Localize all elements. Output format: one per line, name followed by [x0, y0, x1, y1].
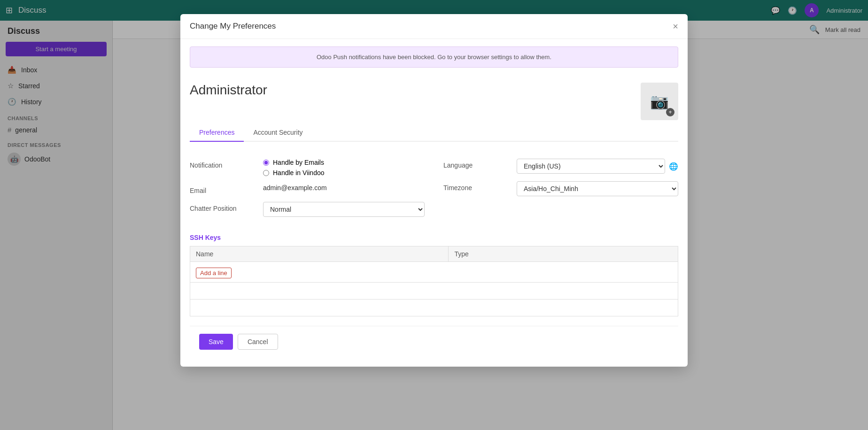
email-value-wrap: admin@example.com — [263, 184, 425, 192]
banner-text: Odoo Push notifications have been blocke… — [317, 54, 551, 61]
radio-handle-email-input[interactable] — [263, 160, 269, 166]
chatter-position-row: Chatter Position Normal Sided — [190, 198, 425, 221]
radio-handle-email[interactable]: Handle by Emails — [263, 159, 425, 166]
chatter-position-select-wrap: Normal Sided — [263, 202, 425, 217]
notification-options: Handle by Emails Handle in Viindoo — [263, 159, 425, 177]
timezone-select-wrap: Asia/Ho_Chi_Minh UTC — [517, 181, 678, 196]
ssh-keys-table: Name Type Add a line — [190, 246, 678, 316]
modal-close-button[interactable]: × — [673, 22, 678, 31]
form-left-section: Notification Handle by Emails Handle in … — [190, 151, 425, 224]
email-label: Email — [190, 184, 256, 194]
radio-handle-viindoo-input[interactable] — [263, 170, 269, 176]
save-button[interactable]: Save — [199, 334, 233, 350]
push-notification-banner: Odoo Push notifications have been blocke… — [190, 46, 678, 68]
timezone-select[interactable]: Asia/Ho_Chi_Minh UTC — [517, 181, 678, 196]
modal-footer: Save Cancel — [190, 326, 678, 357]
email-value: admin@example.com — [263, 184, 327, 192]
language-globe-icon[interactable]: 🌐 — [669, 162, 678, 171]
add-line-button[interactable]: Add a line — [196, 268, 232, 278]
modal-body: Administrator 📷 + Preferences Account Se… — [180, 75, 688, 367]
user-display-name: Administrator — [190, 83, 267, 98]
email-row: Email admin@example.com — [190, 180, 425, 198]
language-row: Language English (US) Vietnamese 🌐 — [443, 155, 678, 177]
timezone-row: Timezone Asia/Ho_Chi_Minh UTC — [443, 177, 678, 200]
timezone-label: Timezone — [443, 181, 509, 192]
modal-title: Change My Preferences — [190, 22, 276, 31]
notification-row: Notification Handle by Emails Handle in … — [190, 155, 425, 180]
radio-handle-viindoo[interactable]: Handle in Viindoo — [263, 169, 425, 177]
ssh-empty-row-1 — [190, 283, 678, 299]
modal-tabs: Preferences Account Security — [190, 124, 678, 142]
ssh-table-header-type: Type — [449, 246, 678, 262]
cancel-button[interactable]: Cancel — [238, 334, 278, 350]
ssh-table-header-row: Name Type — [190, 246, 678, 262]
modal-header: Change My Preferences × — [180, 14, 688, 39]
radio-handle-email-label: Handle by Emails — [273, 159, 324, 166]
ssh-add-line-row: Add a line — [190, 262, 678, 283]
modal-backdrop: Change My Preferences × Odoo Push notifi… — [0, 0, 868, 430]
tab-preferences[interactable]: Preferences — [190, 124, 244, 142]
user-header-row: Administrator 📷 + — [190, 75, 678, 124]
language-label: Language — [443, 159, 509, 169]
avatar-add-icon: + — [666, 108, 674, 116]
language-value-wrap: English (US) Vietnamese 🌐 — [517, 159, 678, 174]
ssh-add-line-cell: Add a line — [190, 262, 678, 283]
avatar-upload-area[interactable]: 📷 + — [641, 83, 678, 120]
ssh-keys-section-title: SSH Keys — [190, 234, 678, 241]
form-right-section: Language English (US) Vietnamese 🌐 Timez… — [443, 151, 678, 224]
preferences-modal: Change My Preferences × Odoo Push notifi… — [180, 14, 688, 367]
chatter-position-label: Chatter Position — [190, 202, 256, 212]
ssh-table-header-name: Name — [190, 246, 449, 262]
language-select[interactable]: English (US) Vietnamese — [517, 159, 665, 174]
camera-icon: 📷 — [650, 92, 669, 110]
ssh-empty-row-2 — [190, 299, 678, 316]
tab-account-security[interactable]: Account Security — [244, 124, 312, 142]
notification-label: Notification — [190, 159, 256, 169]
chatter-position-select[interactable]: Normal Sided — [263, 202, 425, 217]
notification-radio-group: Handle by Emails Handle in Viindoo — [263, 159, 425, 177]
ssh-table-body: Add a line — [190, 262, 678, 316]
preferences-form-grid: Notification Handle by Emails Handle in … — [190, 151, 678, 224]
radio-handle-viindoo-label: Handle in Viindoo — [273, 169, 325, 177]
